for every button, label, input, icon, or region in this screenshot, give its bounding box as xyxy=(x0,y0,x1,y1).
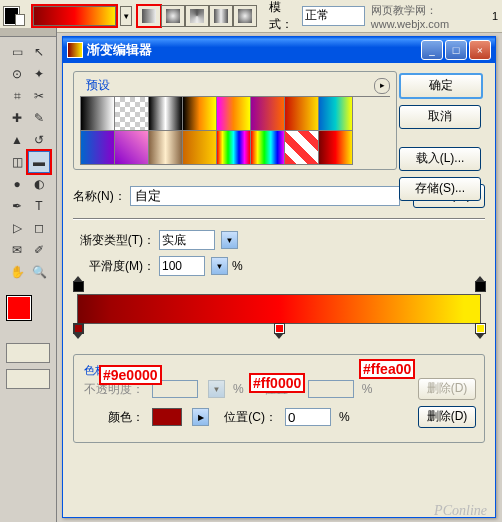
minimize-btn[interactable]: _ xyxy=(421,40,443,60)
chevron-down-icon: ▼ xyxy=(208,380,225,398)
stamp-tool[interactable]: ▲ xyxy=(6,129,28,151)
diamond-gradient-btn[interactable] xyxy=(233,5,257,27)
chevron-right-icon[interactable]: ▶ xyxy=(192,408,209,426)
preset-swatch-5[interactable] xyxy=(251,97,285,131)
opacity-stop-right[interactable] xyxy=(475,281,485,295)
gradient-editor-dialog: 渐变编辑器 _ □ × 预设 ▸ 确定 取消 载入(L)... 存储(S)...… xyxy=(62,36,496,518)
color-stop-2[interactable] xyxy=(475,323,485,337)
dialog-icon xyxy=(67,42,83,58)
color-position-input[interactable] xyxy=(285,408,331,426)
watermark-pconline: PConline xyxy=(434,503,487,519)
hand-tool[interactable]: ✋ xyxy=(6,261,28,283)
mode-label: 模式： xyxy=(269,0,298,33)
eyedropper-tool[interactable]: ✐ xyxy=(28,239,50,261)
gradient-picker[interactable] xyxy=(33,6,116,26)
notes-tool[interactable]: ✉ xyxy=(6,239,28,261)
presets-label: 预设 xyxy=(84,77,112,94)
dodge-tool[interactable]: ◐ xyxy=(28,173,50,195)
annotation-mid: #ff0000 xyxy=(249,373,305,393)
smoothness-input[interactable]: 100 xyxy=(159,256,205,276)
type-tool[interactable]: T xyxy=(28,195,50,217)
pct-label: % xyxy=(232,259,243,273)
eraser-tool[interactable]: ◫ xyxy=(6,151,28,173)
preset-swatch-0[interactable] xyxy=(81,97,115,131)
lasso-tool[interactable]: ⊙ xyxy=(6,63,28,85)
preset-swatch-8[interactable] xyxy=(81,131,115,165)
preset-swatch-11[interactable] xyxy=(183,131,217,165)
wand-tool[interactable]: ✦ xyxy=(28,63,50,85)
crop-tool[interactable]: ⌗ xyxy=(6,85,28,107)
chevron-down-icon[interactable]: ▼ xyxy=(211,257,228,275)
color-stop-1[interactable] xyxy=(274,323,284,337)
opacity-position-input xyxy=(308,380,354,398)
zoom-tool[interactable]: 🔍 xyxy=(28,261,50,283)
preset-swatch-14[interactable] xyxy=(285,131,319,165)
linear-gradient-btn[interactable] xyxy=(137,5,161,27)
gradient-ramp[interactable] xyxy=(77,294,481,324)
titlebar[interactable]: 渐变编辑器 _ □ × xyxy=(63,37,495,63)
radial-gradient-btn[interactable] xyxy=(161,5,185,27)
load-button[interactable]: 载入(L)... xyxy=(399,147,481,171)
chevron-down-icon[interactable]: ▼ xyxy=(221,231,238,249)
color-stop-0[interactable] xyxy=(73,323,83,337)
close-btn[interactable]: × xyxy=(469,40,491,60)
preset-swatch-4[interactable] xyxy=(217,97,251,131)
name-label: 名称(N)： xyxy=(73,188,126,205)
annotation-right: #ffea00 xyxy=(359,359,415,379)
watermark-text: 网页教学网：www.webjx.com xyxy=(371,3,488,30)
preset-swatch-13[interactable] xyxy=(251,131,285,165)
preset-swatch-2[interactable] xyxy=(149,97,183,131)
divider xyxy=(73,218,485,220)
preset-swatch-7[interactable] xyxy=(319,97,353,131)
angle-gradient-btn[interactable] xyxy=(185,5,209,27)
preset-swatch-1[interactable] xyxy=(115,97,149,131)
gradient-type-select[interactable]: 实底 xyxy=(159,230,215,250)
gradient-tool[interactable]: ▬ xyxy=(28,151,50,173)
presets-group: 预设 ▸ xyxy=(73,71,397,170)
history-brush-tool[interactable]: ↺ xyxy=(28,129,50,151)
preset-swatch-15[interactable] xyxy=(319,131,353,165)
preset-swatch-3[interactable] xyxy=(183,97,217,131)
maximize-btn[interactable]: □ xyxy=(445,40,467,60)
ok-button[interactable]: 确定 xyxy=(399,73,483,99)
annotation-left: #9e0000 xyxy=(99,365,162,385)
shape-tool[interactable]: ◻ xyxy=(28,217,50,239)
tools-panel: ▭ ↖ ⊙ ✦ ⌗ ✂ ✚ ✎ ▲ ↺ ◫ ▬ ● ◐ ✒ T ▷ ◻ ✉ ✐ … xyxy=(0,28,57,522)
delete-color-stop-btn[interactable]: 删除(D) xyxy=(418,406,476,428)
smoothness-label: 平滑度(M)： xyxy=(73,258,155,275)
screen-mode-toggle[interactable] xyxy=(6,369,50,389)
opacity-stop-left[interactable] xyxy=(73,281,83,295)
path-tool[interactable]: ✒ xyxy=(6,195,28,217)
name-input[interactable] xyxy=(130,186,400,206)
blur-tool[interactable]: ● xyxy=(6,173,28,195)
position2-label: 位置(C)： xyxy=(217,409,277,426)
pen-tool[interactable]: ▷ xyxy=(6,217,28,239)
gradient-bar[interactable] xyxy=(77,294,481,324)
marquee-tool[interactable]: ▭ xyxy=(6,41,28,63)
gradient-picker-arrow[interactable]: ▼ xyxy=(120,6,132,26)
presets-menu-icon[interactable]: ▸ xyxy=(374,78,390,94)
foreground-color[interactable] xyxy=(6,295,32,321)
dialog-title: 渐变编辑器 xyxy=(87,41,152,59)
preset-swatch-9[interactable] xyxy=(115,131,149,165)
opacity-value: 1 xyxy=(492,10,498,22)
preset-swatch-6[interactable] xyxy=(285,97,319,131)
options-bar: ▼ 模式： 正常 网页教学网：www.webjx.com 1 xyxy=(0,0,502,33)
quick-mask-toggle[interactable] xyxy=(6,343,50,363)
gradient-type-label: 渐变类型(T)： xyxy=(73,232,155,249)
bg-swatch-mini[interactable] xyxy=(15,14,25,26)
save-button[interactable]: 存储(S)... xyxy=(399,177,481,201)
heal-tool[interactable]: ✚ xyxy=(6,107,28,129)
reflected-gradient-btn[interactable] xyxy=(209,5,233,27)
cancel-button[interactable]: 取消 xyxy=(399,105,481,129)
color-field-label: 颜色： xyxy=(82,409,144,426)
move-tool[interactable]: ↖ xyxy=(28,41,50,63)
blend-mode-select[interactable]: 正常 xyxy=(302,6,365,26)
brush-tool[interactable]: ✎ xyxy=(28,107,50,129)
color-swatch[interactable] xyxy=(152,408,182,426)
preset-swatch-12[interactable] xyxy=(217,131,251,165)
delete-opacity-stop-btn: 删除(D) xyxy=(418,378,476,400)
preset-swatch-10[interactable] xyxy=(149,131,183,165)
slice-tool[interactable]: ✂ xyxy=(28,85,50,107)
preset-swatches xyxy=(80,96,390,165)
